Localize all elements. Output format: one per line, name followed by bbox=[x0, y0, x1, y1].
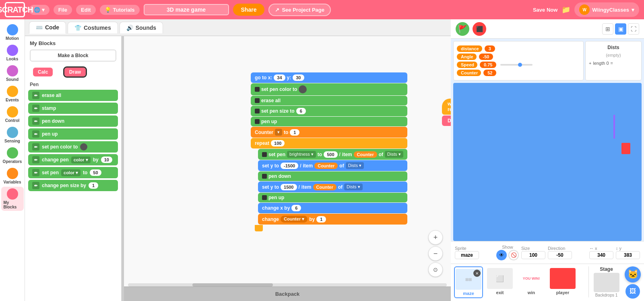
pen-down[interactable]: ✏ pen down bbox=[28, 115, 118, 127]
category-sound[interactable]: Sound bbox=[1, 64, 24, 83]
pen-down-block[interactable]: pen down bbox=[258, 171, 407, 181]
category-variables[interactable]: Variables bbox=[1, 166, 24, 186]
horizontal-scrollbar[interactable] bbox=[128, 283, 447, 287]
speed-slider[interactable] bbox=[500, 64, 533, 66]
category-control[interactable]: Control bbox=[1, 105, 24, 124]
pen-set-color-value[interactable]: ✏ set pen color ▾ to 50 bbox=[28, 167, 118, 178]
globe-button[interactable]: 🌐 ▾ bbox=[29, 5, 50, 15]
sprite-img-player bbox=[550, 268, 576, 289]
calc-block[interactable]: Calc bbox=[33, 68, 53, 76]
set-pen-size-block[interactable]: set pen size to 6 bbox=[251, 106, 407, 116]
set-pen-color-block[interactable]: set pen color to bbox=[251, 83, 407, 95]
brightness-val[interactable]: 500 bbox=[324, 151, 337, 158]
see-project-button[interactable]: ↗ See Project Page bbox=[268, 4, 331, 16]
sprite-thumb-win[interactable]: YOU WIN! win bbox=[517, 266, 546, 298]
save-now-button[interactable]: Save Now bbox=[533, 7, 557, 13]
brightness-dropdown[interactable]: brightness ▾ bbox=[287, 151, 316, 158]
stop-button[interactable]: ⬛ bbox=[473, 22, 486, 36]
set-y-neg-block[interactable]: set y to -1500 / item Counter of Dists ▾ bbox=[258, 160, 407, 171]
size-input[interactable] bbox=[521, 251, 545, 259]
x-input[interactable] bbox=[589, 251, 613, 259]
category-operators[interactable]: Operators bbox=[1, 146, 24, 165]
change-x-block[interactable]: change x by 6 bbox=[258, 203, 407, 213]
repeat-input[interactable]: 100 bbox=[271, 140, 285, 146]
sprite-thumb-player[interactable]: player bbox=[548, 266, 577, 298]
fullscreen-button[interactable]: ⛶ bbox=[628, 23, 639, 35]
when-receive-stack: when I receive Draw ▾ Draw bbox=[442, 99, 451, 126]
pen-change-size[interactable]: ✏ change pen size by 1 bbox=[28, 180, 118, 191]
draw-block[interactable]: Draw bbox=[64, 68, 86, 76]
add-sprite-button[interactable]: 🐱 bbox=[625, 266, 641, 282]
user-button[interactable]: W WiingyClasses ▾ bbox=[574, 2, 639, 17]
small-stage-button[interactable]: ⊞ bbox=[602, 23, 613, 35]
code-canvas[interactable]: go to x: 34 y: 30 set pen color to bbox=[124, 36, 451, 301]
scrollbar-thumb[interactable] bbox=[192, 283, 273, 287]
share-button[interactable]: Share bbox=[233, 4, 265, 16]
folder-button[interactable]: 📁 bbox=[561, 5, 570, 14]
events-icon bbox=[7, 86, 18, 97]
tab-code[interactable]: ⌨️ Code bbox=[29, 21, 66, 34]
edit-menu-button[interactable]: Edit bbox=[76, 5, 96, 15]
sprite-delete-maze[interactable]: ✕ bbox=[473, 270, 481, 277]
category-sensing[interactable]: Sensing bbox=[1, 125, 24, 145]
backpack-bar[interactable]: Backpack bbox=[124, 287, 451, 301]
green-flag-button[interactable]: 🚩 bbox=[456, 22, 469, 36]
pen-up2-block[interactable]: pen up bbox=[258, 193, 407, 202]
erase-all-block[interactable]: erase all bbox=[251, 96, 407, 105]
set-dropdown[interactable]: ▾ bbox=[275, 129, 282, 136]
category-my-blocks[interactable]: My Blocks bbox=[1, 187, 24, 211]
show-button[interactable]: 👁 bbox=[496, 250, 507, 260]
normal-stage-button[interactable]: ▣ bbox=[615, 23, 626, 35]
category-events[interactable]: Events bbox=[1, 84, 24, 104]
direction-input[interactable] bbox=[548, 251, 572, 259]
draw-call-block[interactable]: Draw bbox=[442, 115, 451, 126]
stage-thumbnail[interactable] bbox=[594, 273, 619, 292]
sprite-name-input[interactable] bbox=[455, 251, 479, 259]
project-name-input[interactable] bbox=[144, 4, 229, 15]
make-block-button[interactable]: Make a Block bbox=[30, 49, 116, 62]
blocks-panel-header: My Blocks bbox=[25, 36, 121, 48]
set-y-pos-block[interactable]: set y to 1500 / item Counter of Dists ▾ bbox=[258, 181, 407, 192]
counter-to-input[interactable]: 1 bbox=[290, 129, 299, 136]
counter-by-val[interactable]: 1 bbox=[316, 216, 326, 223]
dists-dropdown2[interactable]: Dists ▾ bbox=[346, 162, 364, 169]
tutorials-button[interactable]: 💡 Tutorials bbox=[100, 5, 140, 15]
y-input[interactable] bbox=[616, 251, 640, 259]
tab-sounds[interactable]: 🔊 Sounds bbox=[120, 22, 163, 33]
goto-xy-block[interactable]: go to x: 34 y: 30 bbox=[251, 72, 407, 83]
add-backdrop-button[interactable]: 🖼 bbox=[625, 284, 640, 299]
zoom-in-button[interactable]: + bbox=[428, 230, 443, 245]
y-pos-val[interactable]: 1500 bbox=[281, 184, 297, 190]
change-x-val[interactable]: 6 bbox=[291, 205, 301, 211]
x-input[interactable]: 34 bbox=[274, 74, 285, 81]
change-counter-block[interactable]: change Counter ▾ by 1 bbox=[258, 214, 407, 225]
counter-set-block[interactable]: Counter ▾ to 1 bbox=[251, 127, 407, 138]
pen-stamp[interactable]: ✏ stamp bbox=[28, 103, 118, 114]
sprite-thumb-maze[interactable]: ✕ ⊞⊞ maze bbox=[454, 266, 483, 298]
when-receive-block[interactable]: when I receive Draw ▾ bbox=[442, 99, 451, 115]
pen-change-color-by[interactable]: ✏ change pen color ▾ by 10 bbox=[28, 154, 118, 165]
y-input[interactable]: 30 bbox=[293, 74, 304, 81]
y-neg-val[interactable]: -1500 bbox=[281, 163, 298, 169]
dists-dropdown3[interactable]: Dists ▾ bbox=[344, 183, 363, 190]
hide-button[interactable]: 🚫 bbox=[508, 250, 519, 260]
pen-erase-all[interactable]: ✏ erase all bbox=[28, 90, 118, 101]
zoom-out-button[interactable]: − bbox=[428, 246, 443, 261]
pen-up-block[interactable]: pen up bbox=[251, 117, 407, 126]
file-menu-button[interactable]: File bbox=[54, 5, 72, 15]
pen-up[interactable]: ✏ pen up bbox=[28, 128, 118, 140]
pen-dot4 bbox=[255, 119, 260, 124]
set-pen-brightness-block[interactable]: set pen brightness ▾ to 500 / item Count… bbox=[258, 149, 407, 160]
dists-dropdown1[interactable]: Dists ▾ bbox=[385, 151, 403, 158]
category-motion[interactable]: Motion bbox=[1, 23, 24, 42]
sprite-thumb-exit[interactable]: ⬜ exit bbox=[485, 266, 514, 298]
fit-button[interactable]: ⊙ bbox=[428, 262, 443, 277]
color-dropdown[interactable]: color ▾ bbox=[71, 157, 91, 163]
repeat-block[interactable]: repeat 100 bbox=[251, 138, 407, 148]
tab-costumes[interactable]: 👕 Costumes bbox=[68, 22, 118, 33]
category-looks[interactable]: Looks bbox=[1, 43, 24, 63]
pen-set-color-to[interactable]: ✏ set pen color to bbox=[28, 141, 118, 153]
stage-controls: 🚩 ⬛ ⊞ ▣ ⛶ bbox=[451, 19, 644, 39]
pen-size-input[interactable]: 6 bbox=[296, 108, 306, 114]
set-color-dropdown[interactable]: color ▾ bbox=[61, 169, 80, 176]
